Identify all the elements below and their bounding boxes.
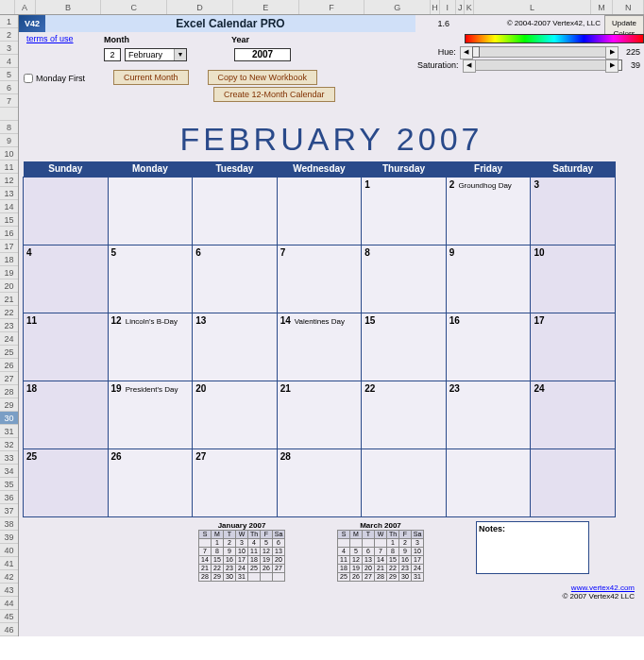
row-header[interactable]: 21: [0, 293, 18, 306]
month-dropdown[interactable]: February: [125, 48, 187, 61]
calendar-cell[interactable]: [24, 177, 109, 245]
notes-box[interactable]: Notes:: [476, 521, 589, 574]
row-header[interactable]: 15: [0, 213, 18, 227]
calendar-cell[interactable]: 22: [362, 381, 447, 448]
row-header[interactable]: 30: [0, 412, 18, 425]
row-header[interactable]: 39: [0, 531, 18, 544]
row-header[interactable]: 20: [0, 279, 18, 293]
calendar-cell[interactable]: 28: [277, 448, 362, 516]
col-header[interactable]: A: [15, 0, 36, 14]
calendar-cell[interactable]: [531, 448, 616, 516]
calendar-cell[interactable]: 17: [531, 313, 616, 381]
row-header[interactable]: 34: [0, 465, 18, 478]
calendar-cell[interactable]: 6: [193, 245, 278, 313]
row-header[interactable]: 4: [0, 55, 18, 68]
row-header[interactable]: 17: [0, 240, 18, 253]
col-header[interactable]: M: [591, 0, 613, 14]
calendar-cell[interactable]: 24: [531, 381, 616, 448]
row-header[interactable]: 46: [0, 623, 18, 636]
calendar-cell[interactable]: 26: [108, 448, 193, 516]
calendar-cell[interactable]: 16: [446, 313, 531, 381]
year-input[interactable]: 2007: [234, 48, 291, 61]
copy-workbook-button[interactable]: Copy to New Workbook: [208, 70, 317, 85]
calendar-cell[interactable]: 11: [24, 313, 109, 381]
calendar-cell[interactable]: 27: [193, 448, 278, 516]
row-header[interactable]: 14: [0, 200, 18, 213]
col-header[interactable]: B: [36, 0, 102, 14]
row-header[interactable]: 29: [0, 398, 18, 412]
row-header[interactable]: 45: [0, 610, 18, 623]
terms-link[interactable]: terms of use: [19, 32, 74, 45]
calendar-cell[interactable]: 25: [24, 448, 109, 516]
row-header[interactable]: 5: [0, 68, 18, 81]
calendar-cell[interactable]: 15: [362, 313, 447, 381]
row-header[interactable]: 18: [0, 253, 18, 266]
calendar-cell[interactable]: 3: [531, 177, 616, 245]
calendar-cell[interactable]: 8: [362, 245, 447, 313]
calendar-cell[interactable]: [362, 448, 447, 516]
row-header[interactable]: 13: [0, 187, 18, 200]
col-header[interactable]: H: [431, 0, 440, 14]
row-header[interactable]: 23: [0, 319, 18, 332]
calendar-cell[interactable]: 19President's Day: [108, 381, 193, 448]
calendar-cell[interactable]: 13: [193, 313, 278, 381]
row-header[interactable]: 44: [0, 597, 18, 610]
col-header[interactable]: G: [364, 0, 431, 14]
row-header[interactable]: 43: [0, 584, 18, 597]
row-header[interactable]: 3: [0, 42, 18, 55]
row-header[interactable]: 28: [0, 385, 18, 398]
row-header[interactable]: 25: [0, 346, 18, 359]
calendar-cell[interactable]: [193, 177, 278, 245]
col-header[interactable]: F: [299, 0, 365, 14]
saturation-slider[interactable]: [463, 59, 619, 71]
calendar-cell[interactable]: 5: [108, 245, 193, 313]
row-header[interactable]: 27: [0, 372, 18, 385]
calendar-cell[interactable]: 7: [277, 245, 362, 313]
calendar-cell[interactable]: 18: [24, 381, 109, 448]
col-header[interactable]: N: [613, 0, 644, 14]
row-header[interactable]: 12: [0, 174, 18, 187]
row-header[interactable]: 40: [0, 544, 18, 557]
calendar-cell[interactable]: 14Valentines Day: [277, 313, 362, 381]
row-header[interactable]: 2: [0, 28, 18, 42]
current-month-button[interactable]: Current Month: [113, 70, 189, 85]
row-header[interactable]: 8: [0, 121, 18, 134]
monday-first-checkbox[interactable]: [24, 74, 33, 83]
calendar-cell[interactable]: 21: [277, 381, 362, 448]
row-header[interactable]: 38: [0, 517, 18, 531]
calendar-cell[interactable]: 4: [24, 245, 109, 313]
row-header[interactable]: 37: [0, 504, 18, 517]
col-header[interactable]: L: [474, 0, 591, 14]
col-header[interactable]: D: [167, 0, 233, 14]
row-header[interactable]: 16: [0, 227, 18, 240]
row-header[interactable]: 41: [0, 557, 18, 570]
calendar-cell[interactable]: 20: [193, 381, 278, 448]
row-header[interactable]: 33: [0, 451, 18, 465]
col-header[interactable]: C: [101, 0, 167, 14]
calendar-cell[interactable]: 23: [446, 381, 531, 448]
calendar-cell[interactable]: 2Groundhog Day: [446, 177, 531, 245]
col-header[interactable]: I: [440, 0, 456, 14]
row-header[interactable]: 19: [0, 266, 18, 279]
calendar-cell[interactable]: 10: [531, 245, 616, 313]
footer-link[interactable]: www.vertex42.com: [19, 584, 644, 592]
calendar-cell[interactable]: [277, 177, 362, 245]
row-header[interactable]: 26: [0, 359, 18, 372]
calendar-cell[interactable]: 12Lincoln's B-Day: [108, 313, 193, 381]
row-header[interactable]: 24: [0, 332, 18, 346]
hue-slider[interactable]: [460, 46, 619, 58]
row-header[interactable]: 42: [0, 570, 18, 584]
row-header[interactable]: [0, 108, 18, 121]
row-header[interactable]: 11: [0, 161, 18, 174]
row-header[interactable]: 10: [0, 147, 18, 161]
create-12month-button[interactable]: Create 12-Month Calendar: [213, 87, 335, 102]
row-header[interactable]: 9: [0, 134, 18, 147]
row-header[interactable]: 6: [0, 81, 18, 94]
row-header[interactable]: 7: [0, 94, 18, 108]
row-header[interactable]: 31: [0, 425, 18, 438]
row-header[interactable]: 32: [0, 438, 18, 451]
calendar-cell[interactable]: 1: [362, 177, 447, 245]
month-number-input[interactable]: 2: [104, 48, 121, 61]
calendar-cell[interactable]: 9: [446, 245, 531, 313]
col-header[interactable]: K: [465, 0, 474, 14]
